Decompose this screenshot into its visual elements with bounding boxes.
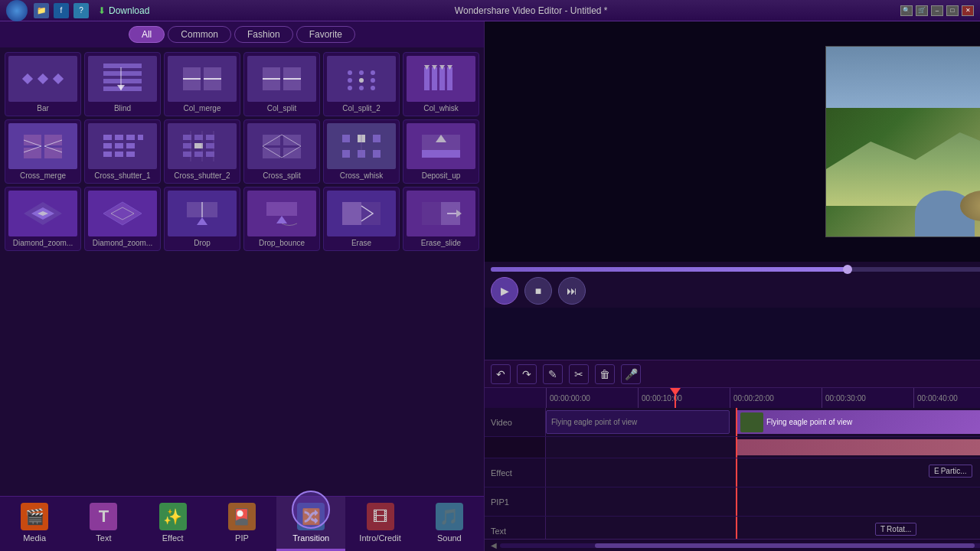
filter-tab-favorite[interactable]: Favorite [296, 26, 355, 43]
facebook-icon[interactable]: f [54, 3, 69, 18]
video-segment-dark[interactable]: Flying eagle point of view [546, 410, 730, 434]
download-button[interactable]: ⬇ Download [98, 5, 149, 16]
transition-cross-whisk-thumb [327, 123, 396, 169]
transition-bar-label: Bar [37, 104, 49, 112]
right-panel: 00:00:27 / 00:01:18 ▶ ■ ⏭ 📷 ⛶ 🔊 ⚙ Create [485, 21, 980, 551]
tab-media[interactable]: 🎬 Media [0, 497, 69, 551]
tab-intro[interactable]: 🎞 Intro/Credit [345, 497, 414, 551]
video-preview [825, 46, 980, 237]
transition-drop[interactable]: Drop [164, 187, 240, 251]
text-icon: T [90, 503, 117, 530]
progress-thumb[interactable] [843, 265, 852, 274]
titlebar: 📁 f ? ⬇ Download Wondershare Video Edito… [0, 0, 980, 21]
nav-icons: 📁 f ? [34, 3, 89, 18]
svg-rect-34 [115, 135, 123, 140]
svg-rect-51 [206, 152, 214, 157]
tab-effect[interactable]: ✨ Effect [139, 497, 207, 551]
transition-cross-shutter1[interactable]: Cross_shutter_1 [84, 119, 161, 184]
stop-button[interactable]: ■ [524, 277, 552, 305]
tab-sound[interactable]: 🎵 Sound [415, 497, 484, 551]
cut-button[interactable]: ✂ [569, 364, 589, 384]
svg-point-18 [348, 86, 352, 90]
svg-rect-2 [53, 73, 64, 84]
text-chip[interactable]: T Rotat... [875, 523, 916, 536]
transition-col-merge[interactable]: Col_merge [164, 52, 240, 116]
edit-button[interactable]: ✎ [543, 364, 563, 384]
transition-drop-bounce[interactable]: Drop_bounce [243, 187, 320, 251]
transition-bar[interactable]: Bar [5, 52, 81, 116]
effect-chip-icon: E [934, 467, 939, 475]
transition-col-split2[interactable]: Col_split_2 [323, 52, 400, 116]
maximize-button[interactable]: □ [946, 5, 959, 16]
transition-col-split-label: Col_split [267, 104, 296, 112]
transition-col-whisk[interactable]: Col_whisk [403, 52, 479, 116]
transition-deposit-up[interactable]: Deposit_up [403, 119, 479, 184]
svg-rect-35 [126, 135, 135, 140]
controls-row: ▶ ■ ⏭ 📷 ⛶ 🔊 [491, 277, 980, 305]
step-forward-button[interactable]: ⏭ [558, 277, 586, 305]
transition-diamond-zoom1[interactable]: Diamond_zoom... [5, 187, 81, 251]
transition-diamond-zoom2-label: Diamond_zoom... [93, 239, 152, 247]
tab-text-label: Text [96, 533, 111, 543]
transition-drop-label: Drop [194, 239, 211, 247]
filter-tab-all[interactable]: All [129, 26, 165, 43]
preview-area [485, 21, 980, 262]
media-icon: 🎬 [21, 503, 48, 530]
transitions-grid: Bar Blind [0, 47, 484, 496]
record-button[interactable]: 🎤 [621, 364, 641, 384]
filter-tab-fashion[interactable]: Fashion [234, 26, 293, 43]
transition-col-split-thumb [247, 56, 316, 102]
scroll-left-button[interactable]: ◀ [488, 540, 500, 551]
undo-button[interactable]: ↶ [491, 364, 511, 384]
transition-cross-shutter2[interactable]: Cross_shutter_2 [164, 119, 240, 184]
transition-erase[interactable]: Erase [323, 187, 400, 251]
text-track-content: T Rotat... [546, 517, 980, 539]
effect-chip[interactable]: E Partic... [929, 465, 972, 478]
transition-icon: 🔀 [297, 503, 325, 530]
transition-cross-split-thumb [247, 123, 316, 169]
transition-diamond-zoom2[interactable]: Diamond_zoom... [84, 187, 161, 251]
transition-cross-split[interactable]: Cross_split [243, 119, 320, 184]
transition-cross-split-label: Cross_split [263, 171, 300, 180]
cart-icon[interactable]: 🛒 [916, 5, 928, 16]
svg-point-19 [359, 86, 364, 90]
transition-cross-whisk[interactable]: Cross_whisk [323, 119, 400, 184]
transition-erase-slide[interactable]: Erase_slide [403, 187, 479, 251]
video-track-row: Video Flying eagle point of view Flying … [485, 408, 980, 437]
minimize-button[interactable]: – [931, 5, 943, 16]
folder-icon[interactable]: 📁 [34, 3, 49, 18]
transition-cross-merge[interactable]: Cross_merge [5, 119, 81, 184]
transition-col-split[interactable]: Col_split [243, 52, 320, 116]
svg-rect-45 [206, 135, 214, 140]
help-icon[interactable]: ? [74, 3, 89, 18]
transition-blind[interactable]: Blind [84, 52, 161, 116]
svg-point-12 [348, 70, 352, 75]
transition-erase-slide-label: Erase_slide [421, 239, 461, 247]
transition-deposit-up-label: Deposit_up [422, 171, 461, 180]
ruler-time-0: 00:00:00:00 [546, 388, 638, 408]
filter-tab-common[interactable]: Common [168, 26, 231, 43]
delete-button[interactable]: 🗑 [595, 364, 615, 384]
svg-rect-62 [342, 150, 350, 158]
svg-rect-56 [283, 135, 301, 145]
progress-bar[interactable] [491, 267, 980, 272]
redo-button[interactable]: ↷ [517, 364, 537, 384]
play-button[interactable]: ▶ [491, 277, 518, 305]
transition-erase-thumb [327, 191, 396, 236]
text-playhead [736, 517, 737, 539]
search-icon[interactable]: 🔍 [900, 5, 913, 16]
transition-bar-thumb [8, 56, 77, 102]
tab-text[interactable]: T Text [69, 497, 138, 551]
scroll-thumb-horizontal[interactable] [595, 543, 975, 548]
scroll-track-horizontal[interactable] [500, 543, 980, 548]
effect-segment-pink[interactable] [736, 439, 980, 455]
pip-icon: 🎴 [228, 503, 256, 530]
close-button[interactable]: ✕ [962, 5, 974, 16]
video-segment-main[interactable]: Flying eagle point of view [736, 410, 980, 434]
tab-transition[interactable]: 🔀 Transition [276, 497, 345, 551]
svg-rect-61 [373, 135, 381, 142]
tab-pip[interactable]: 🎴 PIP [207, 497, 276, 551]
pip-playhead [736, 487, 737, 516]
svg-rect-21 [424, 67, 430, 90]
svg-rect-59 [342, 135, 350, 142]
